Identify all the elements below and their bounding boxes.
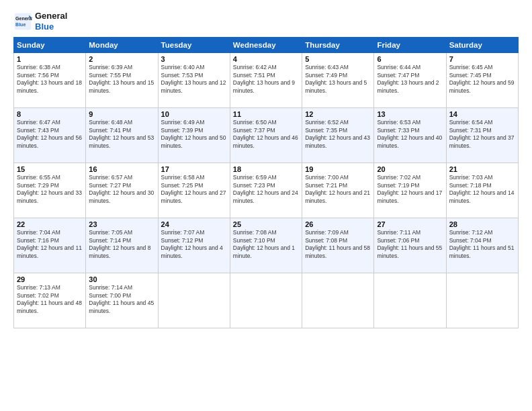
day-number: 2	[89, 55, 154, 63]
cell-daylight: Daylight: 12 hours and 37 minutes.	[449, 134, 515, 150]
cell-daylight: Daylight: 13 hours and 18 minutes.	[17, 79, 83, 95]
calendar-cell: 16Sunrise: 6:57 AMSunset: 7:27 PMDayligh…	[86, 163, 158, 218]
day-number: 13	[377, 110, 443, 118]
logo-general: General	[35, 11, 67, 21]
cell-sunset: Sunset: 7:25 PM	[161, 182, 227, 189]
day-number: 16	[89, 165, 154, 173]
cell-sunrise: Sunrise: 7:00 AM	[305, 174, 371, 181]
cell-sunrise: Sunrise: 7:05 AM	[89, 229, 154, 236]
cell-sunrise: Sunrise: 6:39 AM	[89, 64, 154, 71]
cell-daylight: Daylight: 11 hours and 45 minutes.	[89, 300, 154, 315]
cell-sunrise: Sunrise: 7:02 AM	[377, 174, 443, 181]
header-friday: Friday	[374, 38, 446, 53]
cell-sunset: Sunset: 7:35 PM	[305, 127, 371, 134]
cell-daylight: Daylight: 12 hours and 30 minutes.	[89, 189, 154, 205]
calendar-cell: 25Sunrise: 7:08 AMSunset: 7:10 PMDayligh…	[230, 218, 302, 273]
cell-sunset: Sunset: 7:23 PM	[233, 182, 299, 189]
week-row-4: 22Sunrise: 7:04 AMSunset: 7:16 PMDayligh…	[14, 218, 519, 273]
day-number: 29	[17, 275, 83, 283]
header-monday: Monday	[86, 38, 158, 53]
cell-sunrise: Sunrise: 6:59 AM	[233, 174, 299, 181]
cell-sunset: Sunset: 7:00 PM	[89, 292, 154, 300]
day-number: 30	[89, 275, 154, 283]
svg-rect-0	[15, 13, 32, 30]
day-number: 6	[377, 55, 443, 63]
calendar-cell: 8Sunrise: 6:47 AMSunset: 7:43 PMDaylight…	[14, 108, 86, 163]
calendar-table: SundayMondayTuesdayWednesdayThursdayFrid…	[13, 37, 519, 328]
cell-daylight: Daylight: 13 hours and 5 minutes.	[305, 79, 371, 95]
cell-daylight: Daylight: 12 hours and 14 minutes.	[449, 189, 515, 205]
cell-sunrise: Sunrise: 7:11 AM	[377, 229, 443, 236]
header-wednesday: Wednesday	[230, 38, 302, 53]
calendar-cell: 17Sunrise: 6:58 AMSunset: 7:25 PMDayligh…	[158, 163, 230, 218]
calendar-cell: 22Sunrise: 7:04 AMSunset: 7:16 PMDayligh…	[14, 218, 86, 273]
header-sunday: Sunday	[14, 38, 86, 53]
cell-sunrise: Sunrise: 6:53 AM	[377, 119, 443, 126]
header-tuesday: Tuesday	[158, 38, 230, 53]
day-number: 17	[161, 165, 227, 173]
day-number: 5	[305, 55, 371, 63]
cell-sunrise: Sunrise: 6:50 AM	[233, 119, 299, 126]
day-number: 21	[449, 165, 515, 173]
cell-daylight: Daylight: 13 hours and 15 minutes.	[89, 79, 154, 95]
calendar-cell: 11Sunrise: 6:50 AMSunset: 7:37 PMDayligh…	[230, 108, 302, 163]
calendar-cell: 12Sunrise: 6:52 AMSunset: 7:35 PMDayligh…	[302, 108, 374, 163]
cell-sunrise: Sunrise: 6:47 AM	[17, 119, 83, 126]
day-number: 15	[17, 165, 83, 173]
day-number: 3	[161, 55, 227, 63]
cell-daylight: Daylight: 12 hours and 53 minutes.	[89, 134, 154, 150]
day-number: 19	[305, 165, 371, 173]
day-number: 26	[305, 220, 371, 228]
cell-sunset: Sunset: 7:10 PM	[233, 237, 299, 244]
cell-sunrise: Sunrise: 7:04 AM	[17, 229, 83, 236]
logo: General Blue General Blue	[13, 11, 67, 32]
calendar-cell: 5Sunrise: 6:43 AMSunset: 7:49 PMDaylight…	[302, 53, 374, 108]
cell-sunrise: Sunrise: 7:03 AM	[449, 174, 515, 181]
cell-sunset: Sunset: 7:27 PM	[89, 182, 154, 189]
cell-sunrise: Sunrise: 6:40 AM	[161, 64, 227, 71]
cell-daylight: Daylight: 12 hours and 4 minutes.	[161, 244, 227, 260]
cell-sunset: Sunset: 7:47 PM	[377, 72, 443, 79]
cell-sunrise: Sunrise: 7:07 AM	[161, 229, 227, 236]
cell-sunrise: Sunrise: 6:44 AM	[377, 64, 443, 71]
calendar-cell	[230, 273, 302, 328]
cell-sunset: Sunset: 7:18 PM	[449, 182, 515, 189]
cell-daylight: Daylight: 12 hours and 11 minutes.	[17, 244, 83, 260]
cell-daylight: Daylight: 12 hours and 21 minutes.	[305, 189, 371, 205]
week-row-2: 8Sunrise: 6:47 AMSunset: 7:43 PMDaylight…	[14, 108, 519, 163]
cell-sunrise: Sunrise: 7:13 AM	[17, 284, 83, 291]
calendar-cell: 3Sunrise: 6:40 AMSunset: 7:53 PMDaylight…	[158, 53, 230, 108]
cell-daylight: Daylight: 12 hours and 33 minutes.	[17, 189, 83, 205]
cell-daylight: Daylight: 12 hours and 24 minutes.	[233, 189, 299, 205]
cell-daylight: Daylight: 12 hours and 46 minutes.	[233, 134, 299, 150]
cell-sunset: Sunset: 7:45 PM	[449, 72, 515, 79]
calendar-cell: 21Sunrise: 7:03 AMSunset: 7:18 PMDayligh…	[446, 163, 518, 218]
cell-sunset: Sunset: 7:39 PM	[161, 127, 227, 134]
cell-daylight: Daylight: 13 hours and 9 minutes.	[233, 79, 299, 95]
calendar-cell: 7Sunrise: 6:45 AMSunset: 7:45 PMDaylight…	[446, 53, 518, 108]
day-number: 28	[449, 220, 515, 228]
calendar-cell: 20Sunrise: 7:02 AMSunset: 7:19 PMDayligh…	[374, 163, 446, 218]
cell-sunset: Sunset: 7:29 PM	[17, 182, 83, 189]
day-number: 20	[377, 165, 443, 173]
cell-daylight: Daylight: 11 hours and 55 minutes.	[377, 244, 443, 260]
calendar-cell: 24Sunrise: 7:07 AMSunset: 7:12 PMDayligh…	[158, 218, 230, 273]
calendar-cell: 23Sunrise: 7:05 AMSunset: 7:14 PMDayligh…	[86, 218, 158, 273]
calendar-cell: 2Sunrise: 6:39 AMSunset: 7:55 PMDaylight…	[86, 53, 158, 108]
cell-sunset: Sunset: 7:21 PM	[305, 182, 371, 189]
cell-sunrise: Sunrise: 6:48 AM	[89, 119, 154, 126]
day-number: 18	[233, 165, 299, 173]
calendar-cell: 28Sunrise: 7:12 AMSunset: 7:04 PMDayligh…	[446, 218, 518, 273]
cell-daylight: Daylight: 12 hours and 27 minutes.	[161, 189, 227, 205]
cell-sunrise: Sunrise: 7:14 AM	[89, 284, 154, 291]
cell-sunrise: Sunrise: 6:57 AM	[89, 174, 154, 181]
day-number: 23	[89, 220, 154, 228]
calendar-cell: 9Sunrise: 6:48 AMSunset: 7:41 PMDaylight…	[86, 108, 158, 163]
cell-daylight: Daylight: 11 hours and 58 minutes.	[305, 244, 371, 260]
calendar-cell: 19Sunrise: 7:00 AMSunset: 7:21 PMDayligh…	[302, 163, 374, 218]
day-number: 7	[449, 55, 515, 63]
calendar-header: SundayMondayTuesdayWednesdayThursdayFrid…	[14, 38, 519, 53]
cell-daylight: Daylight: 12 hours and 59 minutes.	[449, 79, 515, 95]
day-number: 24	[161, 220, 227, 228]
cell-sunrise: Sunrise: 7:09 AM	[305, 229, 371, 236]
